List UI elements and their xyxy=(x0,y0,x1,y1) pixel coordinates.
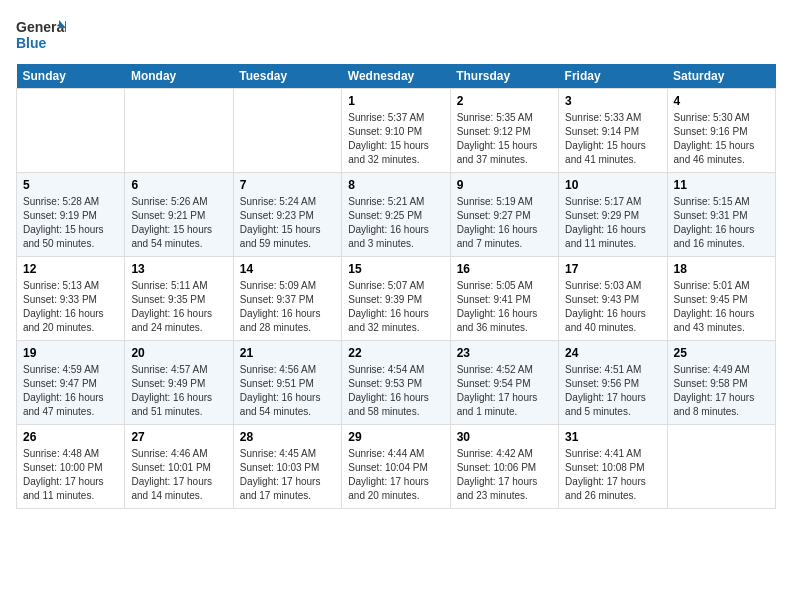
calendar-cell: 2Sunrise: 5:35 AM Sunset: 9:12 PM Daylig… xyxy=(450,89,558,173)
day-number: 27 xyxy=(131,430,226,444)
day-number: 12 xyxy=(23,262,118,276)
calendar-cell xyxy=(17,89,125,173)
calendar-table: SundayMondayTuesdayWednesdayThursdayFrid… xyxy=(16,64,776,509)
calendar-cell: 12Sunrise: 5:13 AM Sunset: 9:33 PM Dayli… xyxy=(17,257,125,341)
day-number: 24 xyxy=(565,346,660,360)
day-number: 19 xyxy=(23,346,118,360)
calendar-cell: 17Sunrise: 5:03 AM Sunset: 9:43 PM Dayli… xyxy=(559,257,667,341)
day-info: Sunrise: 5:30 AM Sunset: 9:16 PM Dayligh… xyxy=(674,111,769,167)
logo: General Blue xyxy=(16,16,66,52)
weekday-header: Sunday xyxy=(17,64,125,89)
day-number: 16 xyxy=(457,262,552,276)
calendar-cell: 10Sunrise: 5:17 AM Sunset: 9:29 PM Dayli… xyxy=(559,173,667,257)
day-number: 5 xyxy=(23,178,118,192)
day-number: 10 xyxy=(565,178,660,192)
day-info: Sunrise: 5:03 AM Sunset: 9:43 PM Dayligh… xyxy=(565,279,660,335)
day-number: 20 xyxy=(131,346,226,360)
calendar-cell xyxy=(233,89,341,173)
day-info: Sunrise: 4:46 AM Sunset: 10:01 PM Daylig… xyxy=(131,447,226,503)
day-info: Sunrise: 5:26 AM Sunset: 9:21 PM Dayligh… xyxy=(131,195,226,251)
day-number: 31 xyxy=(565,430,660,444)
day-info: Sunrise: 5:37 AM Sunset: 9:10 PM Dayligh… xyxy=(348,111,443,167)
day-info: Sunrise: 4:49 AM Sunset: 9:58 PM Dayligh… xyxy=(674,363,769,419)
calendar-cell: 28Sunrise: 4:45 AM Sunset: 10:03 PM Dayl… xyxy=(233,425,341,509)
weekday-header: Thursday xyxy=(450,64,558,89)
calendar-cell: 21Sunrise: 4:56 AM Sunset: 9:51 PM Dayli… xyxy=(233,341,341,425)
day-number: 26 xyxy=(23,430,118,444)
calendar-cell: 29Sunrise: 4:44 AM Sunset: 10:04 PM Dayl… xyxy=(342,425,450,509)
day-info: Sunrise: 4:51 AM Sunset: 9:56 PM Dayligh… xyxy=(565,363,660,419)
day-info: Sunrise: 5:01 AM Sunset: 9:45 PM Dayligh… xyxy=(674,279,769,335)
day-info: Sunrise: 5:21 AM Sunset: 9:25 PM Dayligh… xyxy=(348,195,443,251)
calendar-cell: 6Sunrise: 5:26 AM Sunset: 9:21 PM Daylig… xyxy=(125,173,233,257)
logo-svg: General Blue xyxy=(16,16,66,52)
day-info: Sunrise: 4:56 AM Sunset: 9:51 PM Dayligh… xyxy=(240,363,335,419)
day-number: 25 xyxy=(674,346,769,360)
day-number: 28 xyxy=(240,430,335,444)
day-number: 9 xyxy=(457,178,552,192)
calendar-cell: 31Sunrise: 4:41 AM Sunset: 10:08 PM Dayl… xyxy=(559,425,667,509)
weekday-header: Wednesday xyxy=(342,64,450,89)
weekday-header: Tuesday xyxy=(233,64,341,89)
calendar-cell: 19Sunrise: 4:59 AM Sunset: 9:47 PM Dayli… xyxy=(17,341,125,425)
calendar-cell: 5Sunrise: 5:28 AM Sunset: 9:19 PM Daylig… xyxy=(17,173,125,257)
calendar-week-row: 19Sunrise: 4:59 AM Sunset: 9:47 PM Dayli… xyxy=(17,341,776,425)
day-info: Sunrise: 4:57 AM Sunset: 9:49 PM Dayligh… xyxy=(131,363,226,419)
day-number: 4 xyxy=(674,94,769,108)
day-info: Sunrise: 5:33 AM Sunset: 9:14 PM Dayligh… xyxy=(565,111,660,167)
day-info: Sunrise: 4:59 AM Sunset: 9:47 PM Dayligh… xyxy=(23,363,118,419)
day-number: 21 xyxy=(240,346,335,360)
calendar-cell: 11Sunrise: 5:15 AM Sunset: 9:31 PM Dayli… xyxy=(667,173,775,257)
day-info: Sunrise: 5:13 AM Sunset: 9:33 PM Dayligh… xyxy=(23,279,118,335)
day-number: 17 xyxy=(565,262,660,276)
calendar-cell: 24Sunrise: 4:51 AM Sunset: 9:56 PM Dayli… xyxy=(559,341,667,425)
day-info: Sunrise: 4:41 AM Sunset: 10:08 PM Daylig… xyxy=(565,447,660,503)
calendar-cell: 14Sunrise: 5:09 AM Sunset: 9:37 PM Dayli… xyxy=(233,257,341,341)
calendar-cell: 1Sunrise: 5:37 AM Sunset: 9:10 PM Daylig… xyxy=(342,89,450,173)
calendar-cell: 26Sunrise: 4:48 AM Sunset: 10:00 PM Dayl… xyxy=(17,425,125,509)
day-number: 30 xyxy=(457,430,552,444)
day-info: Sunrise: 4:52 AM Sunset: 9:54 PM Dayligh… xyxy=(457,363,552,419)
day-info: Sunrise: 5:07 AM Sunset: 9:39 PM Dayligh… xyxy=(348,279,443,335)
calendar-cell: 9Sunrise: 5:19 AM Sunset: 9:27 PM Daylig… xyxy=(450,173,558,257)
calendar-cell: 27Sunrise: 4:46 AM Sunset: 10:01 PM Dayl… xyxy=(125,425,233,509)
day-info: Sunrise: 5:09 AM Sunset: 9:37 PM Dayligh… xyxy=(240,279,335,335)
calendar-cell: 20Sunrise: 4:57 AM Sunset: 9:49 PM Dayli… xyxy=(125,341,233,425)
day-number: 2 xyxy=(457,94,552,108)
calendar-cell: 23Sunrise: 4:52 AM Sunset: 9:54 PM Dayli… xyxy=(450,341,558,425)
weekday-header: Monday xyxy=(125,64,233,89)
calendar-cell: 15Sunrise: 5:07 AM Sunset: 9:39 PM Dayli… xyxy=(342,257,450,341)
calendar-cell: 13Sunrise: 5:11 AM Sunset: 9:35 PM Dayli… xyxy=(125,257,233,341)
calendar-cell: 16Sunrise: 5:05 AM Sunset: 9:41 PM Dayli… xyxy=(450,257,558,341)
weekday-header: Saturday xyxy=(667,64,775,89)
calendar-cell: 3Sunrise: 5:33 AM Sunset: 9:14 PM Daylig… xyxy=(559,89,667,173)
day-info: Sunrise: 5:19 AM Sunset: 9:27 PM Dayligh… xyxy=(457,195,552,251)
day-info: Sunrise: 4:54 AM Sunset: 9:53 PM Dayligh… xyxy=(348,363,443,419)
calendar-week-row: 5Sunrise: 5:28 AM Sunset: 9:19 PM Daylig… xyxy=(17,173,776,257)
calendar-cell: 8Sunrise: 5:21 AM Sunset: 9:25 PM Daylig… xyxy=(342,173,450,257)
calendar-cell: 22Sunrise: 4:54 AM Sunset: 9:53 PM Dayli… xyxy=(342,341,450,425)
svg-text:Blue: Blue xyxy=(16,35,47,51)
day-info: Sunrise: 5:11 AM Sunset: 9:35 PM Dayligh… xyxy=(131,279,226,335)
day-number: 29 xyxy=(348,430,443,444)
day-number: 6 xyxy=(131,178,226,192)
day-info: Sunrise: 5:24 AM Sunset: 9:23 PM Dayligh… xyxy=(240,195,335,251)
day-number: 15 xyxy=(348,262,443,276)
calendar-week-row: 12Sunrise: 5:13 AM Sunset: 9:33 PM Dayli… xyxy=(17,257,776,341)
calendar-cell xyxy=(667,425,775,509)
page-header: General Blue xyxy=(16,16,776,52)
day-number: 18 xyxy=(674,262,769,276)
day-info: Sunrise: 5:35 AM Sunset: 9:12 PM Dayligh… xyxy=(457,111,552,167)
calendar-cell: 30Sunrise: 4:42 AM Sunset: 10:06 PM Dayl… xyxy=(450,425,558,509)
day-info: Sunrise: 4:45 AM Sunset: 10:03 PM Daylig… xyxy=(240,447,335,503)
calendar-cell xyxy=(125,89,233,173)
day-number: 1 xyxy=(348,94,443,108)
day-number: 22 xyxy=(348,346,443,360)
day-info: Sunrise: 4:42 AM Sunset: 10:06 PM Daylig… xyxy=(457,447,552,503)
weekday-header-row: SundayMondayTuesdayWednesdayThursdayFrid… xyxy=(17,64,776,89)
calendar-cell: 18Sunrise: 5:01 AM Sunset: 9:45 PM Dayli… xyxy=(667,257,775,341)
day-number: 8 xyxy=(348,178,443,192)
calendar-cell: 7Sunrise: 5:24 AM Sunset: 9:23 PM Daylig… xyxy=(233,173,341,257)
calendar-cell: 25Sunrise: 4:49 AM Sunset: 9:58 PM Dayli… xyxy=(667,341,775,425)
day-info: Sunrise: 5:28 AM Sunset: 9:19 PM Dayligh… xyxy=(23,195,118,251)
